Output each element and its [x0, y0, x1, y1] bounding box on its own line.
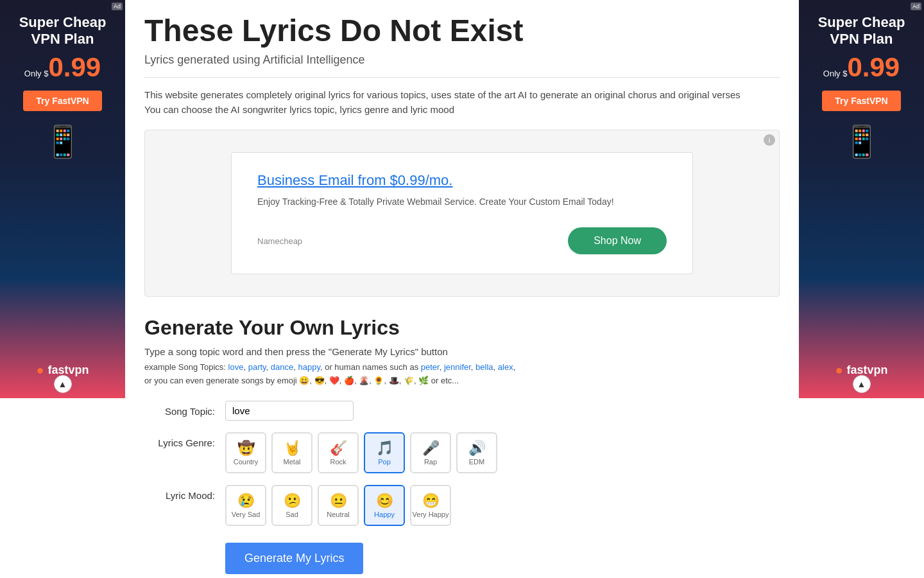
generator-section: Generate Your Own Lyrics Type a song top… — [144, 316, 780, 574]
left-ad-phone-icon: 📱 — [44, 124, 82, 160]
genre-btn-metal[interactable]: 🤘Metal — [271, 432, 312, 473]
mood-btn-very-sad[interactable]: 😢Very Sad — [225, 485, 266, 526]
lyric-mood-label: Lyric Mood: — [144, 485, 215, 501]
banner-ad-footer: Namecheap Shop Now — [257, 227, 667, 254]
genre-btn-pop[interactable]: 🎵Pop — [364, 432, 405, 473]
left-ad-price-prefix: Only $0.99 — [24, 52, 101, 83]
song-topic-input[interactable] — [225, 401, 354, 421]
right-ad-phone-icon: 📱 — [843, 124, 881, 160]
banner-ad-provider: Namecheap — [257, 236, 302, 246]
generator-title: Generate Your Own Lyrics — [144, 316, 780, 340]
generator-instruction: Type a song topic word and then press th… — [144, 346, 780, 357]
song-topic-row: Song Topic: — [144, 401, 780, 421]
lyric-mood-row: Lyric Mood: 😢Very Sad😕Sad😐Neutral😊Happy😁… — [144, 485, 780, 526]
lyrics-genre-label: Lyrics Genre: — [144, 432, 215, 448]
example-topics: example Song Topics: love, party, dance,… — [144, 361, 780, 388]
lyrics-genre-row: Lyrics Genre: 🤠Country🤘Metal🎸Rock🎵Pop🎤Ra… — [144, 432, 780, 473]
mood-btn-happy[interactable]: 😊Happy — [364, 485, 405, 526]
right-ad-button[interactable]: Try FastVPN — [822, 91, 900, 111]
banner-ad-inner: Business Email from $0.99/mo. Enjoy Trac… — [231, 152, 693, 274]
left-ad-badge: Ad — [112, 3, 123, 10]
mood-options: 😢Very Sad😕Sad😐Neutral😊Happy😁Very Happy — [225, 485, 451, 526]
right-ad-title: Super Cheap VPN Plan — [805, 14, 918, 48]
banner-ad-info-icon[interactable]: i — [764, 134, 775, 146]
example-topic-love[interactable]: love — [228, 362, 244, 372]
generate-lyrics-button[interactable]: Generate My Lyrics — [225, 543, 363, 574]
genre-btn-rap[interactable]: 🎤Rap — [410, 432, 451, 473]
page-description: This website generates completely origin… — [144, 88, 780, 117]
example-name-jennifer[interactable]: jennifer — [444, 362, 471, 372]
example-topic-happy[interactable]: happy — [298, 362, 320, 372]
right-ad-badge: Ad — [911, 3, 921, 10]
left-ad-button[interactable]: Try FastVPN — [23, 91, 101, 111]
main-content: These Lyrics Do Not Exist Lyrics generat… — [125, 0, 799, 578]
genre-btn-edm[interactable]: 🔊EDM — [456, 432, 497, 473]
right-ad-price-prefix: Only $0.99 — [823, 52, 900, 83]
example-name-peter[interactable]: peter — [421, 362, 440, 372]
mood-btn-sad[interactable]: 😕Sad — [271, 485, 312, 526]
song-topic-label: Song Topic: — [144, 401, 215, 417]
example-topic-party[interactable]: party — [248, 362, 266, 372]
banner-ad-description: Enjoy Tracking-Free & Totally Private We… — [257, 197, 667, 207]
genre-btn-country[interactable]: 🤠Country — [225, 432, 266, 473]
left-ad-title: Super Cheap VPN Plan — [6, 14, 119, 48]
banner-ad-link[interactable]: Business Email from $0.99/mo. — [257, 172, 667, 189]
page-title: These Lyrics Do Not Exist — [144, 13, 780, 48]
example-topic-dance[interactable]: dance — [271, 362, 293, 372]
right-scroll-up-button[interactable]: ▲ — [853, 375, 871, 393]
banner-ad-shop-button[interactable]: Shop Now — [568, 227, 667, 254]
left-ad: Ad Super Cheap VPN Plan Only $0.99 Try F… — [0, 0, 125, 398]
example-name-bella[interactable]: bella — [475, 362, 493, 372]
right-ad: Ad Super Cheap VPN Plan Only $0.99 Try F… — [799, 0, 924, 398]
genre-options: 🤠Country🤘Metal🎸Rock🎵Pop🎤Rap🔊EDM — [225, 432, 497, 473]
genre-btn-rock[interactable]: 🎸Rock — [318, 432, 359, 473]
divider — [144, 77, 780, 78]
page-subtitle: Lyrics generated using Artificial Intell… — [144, 53, 780, 67]
example-name-alex[interactable]: alex — [498, 362, 513, 372]
left-scroll-up-button[interactable]: ▲ — [54, 375, 72, 393]
mood-btn-very-happy[interactable]: 😁Very Happy — [410, 485, 451, 526]
mood-btn-neutral[interactable]: 😐Neutral — [318, 485, 359, 526]
banner-ad: i Business Email from $0.99/mo. Enjoy Tr… — [144, 130, 780, 297]
